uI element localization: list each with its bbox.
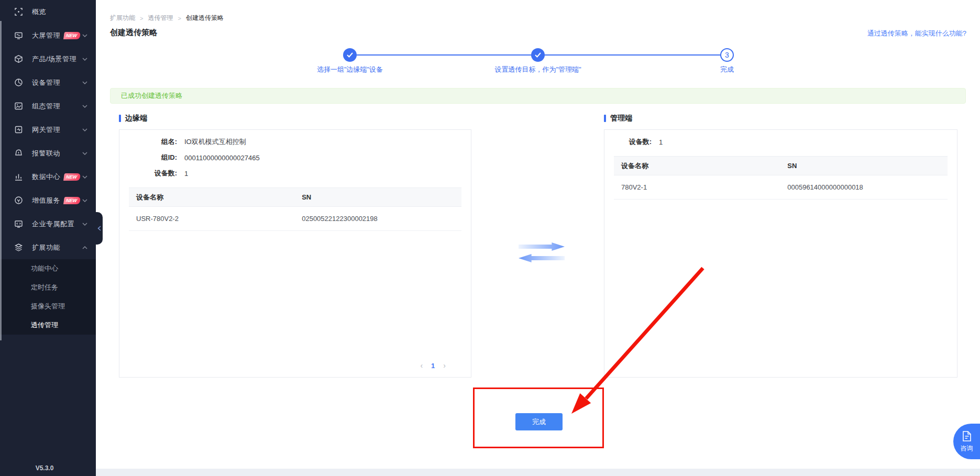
col-sn: SN — [302, 193, 461, 201]
chevron-down-icon — [82, 105, 87, 108]
sidebar-item-label: 设备管理 — [32, 78, 60, 87]
sidebar-item-overview[interactable]: 概览 — [0, 0, 96, 24]
document-icon — [962, 430, 972, 442]
submenu-item-camera-management[interactable]: 摄像头管理 — [0, 297, 96, 316]
step1-label: 选择一组"边缘端"设备 — [317, 65, 383, 74]
sidebar-item-enterprise-config[interactable]: 企业专属配置 — [0, 212, 96, 236]
device-count-value: 1 — [184, 170, 188, 178]
submenu-item-scheduled-tasks[interactable]: 定时任务 — [0, 278, 96, 297]
table-row[interactable]: USR-780V2-2 02500522122300002198 — [129, 207, 461, 231]
sidebar-item-gateway[interactable]: 网关管理 — [0, 118, 96, 141]
enterprise-config-icon — [14, 219, 23, 228]
breadcrumb-separator: > — [178, 15, 181, 21]
submenu-item-function-center[interactable]: 功能中心 — [0, 259, 96, 278]
version-label: V5.3.0 — [0, 464, 89, 472]
chevron-down-icon — [82, 58, 87, 61]
col-sn: SN — [787, 162, 948, 170]
sidebar-item-label: 大屏管理 — [32, 31, 60, 40]
alarm-icon — [14, 149, 23, 158]
chevron-down-icon — [82, 175, 87, 179]
new-badge: NEW — [63, 173, 81, 181]
chevron-down-icon — [82, 81, 87, 84]
sidebar-item-alarm[interactable]: 报警联动 — [0, 141, 96, 165]
group-id-value: 00011000000000027465 — [184, 154, 260, 162]
manage-panel: 设备数: 1 设备名称 SN 780V2-1 00059614000000000… — [604, 129, 957, 378]
cell-sn: 02500522122300002198 — [302, 215, 461, 223]
table-row[interactable]: 780V2-1 00059614000000000018 — [614, 175, 948, 200]
sidebar-item-label: 数据中心 — [32, 172, 60, 182]
step1-check-icon — [343, 48, 357, 62]
sidebar-item-label: 企业专属配置 — [32, 219, 74, 229]
sidebar-item-label: 报警联动 — [32, 149, 60, 158]
breadcrumb-separator: > — [140, 15, 143, 21]
sidebar-item-data-center[interactable]: 数据中心 NEW — [0, 165, 96, 189]
sidebar-item-label: 网关管理 — [32, 125, 60, 135]
device-count-row: 设备数: 1 — [119, 165, 471, 181]
sidebar-item-label: 扩展功能 — [32, 243, 60, 252]
breadcrumb-item[interactable]: 透传管理 — [148, 14, 173, 23]
section-accent-bar — [604, 115, 606, 122]
manage-section-title: 管理端 — [604, 114, 632, 123]
device-count-label: 设备数: — [119, 169, 177, 178]
step3-label: 完成 — [720, 65, 734, 74]
breadcrumb-item[interactable]: 扩展功能 — [110, 14, 135, 23]
sidebar-item-label: 概览 — [32, 7, 46, 17]
group-name-value: IO双机模式互相控制 — [184, 137, 246, 147]
extensions-icon — [14, 243, 23, 252]
sidebar-item-bigscreen[interactable]: 大屏管理 NEW — [0, 24, 96, 47]
group-id-label: 组ID: — [119, 153, 177, 162]
sidebar-item-scada[interactable]: 组态管理 — [0, 94, 96, 118]
sidebar: 概览 大屏管理 NEW 产品/场景管理 — [0, 0, 96, 476]
step2-check-icon — [531, 48, 545, 62]
chevron-up-icon — [82, 246, 87, 249]
edge-section-label: 边缘端 — [125, 114, 147, 123]
gateway-icon — [14, 125, 23, 134]
transfer-arrows-icon — [519, 242, 565, 262]
arrow-left-icon — [519, 254, 565, 262]
page-number[interactable]: 1 — [431, 362, 435, 370]
device-count-label: 设备数: — [604, 137, 652, 147]
breadcrumb: 扩展功能 > 透传管理 > 创建透传策略 — [110, 14, 224, 23]
device-count-row: 设备数: 1 — [604, 134, 957, 150]
page-title: 创建透传策略 — [110, 28, 157, 38]
breadcrumb-current: 创建透传策略 — [186, 14, 224, 23]
product-scene-icon — [14, 54, 23, 63]
overview-icon — [14, 7, 23, 16]
edge-panel: 组名: IO双机模式互相控制 组ID: 00011000000000027465… — [119, 129, 471, 378]
prev-page-button[interactable]: ‹ — [420, 361, 423, 370]
sidebar-item-extensions[interactable]: 扩展功能 — [0, 236, 96, 259]
section-accent-bar — [119, 115, 121, 122]
help-link[interactable]: 通过透传策略，能实现什么功能? — [867, 29, 966, 38]
new-badge: NEW — [63, 32, 81, 39]
new-badge: NEW — [63, 197, 81, 204]
left-scrollbar[interactable] — [0, 21, 2, 340]
group-name-label: 组名: — [119, 137, 177, 147]
main-content: 扩展功能 > 透传管理 > 创建透传策略 创建透传策略 通过透传策略，能实现什么… — [96, 0, 980, 476]
sidebar-collapse-handle[interactable] — [96, 212, 103, 245]
data-center-icon — [14, 172, 23, 181]
cell-device-name: USR-780V2-2 — [129, 215, 302, 223]
sidebar-item-device[interactable]: 设备管理 — [0, 71, 96, 94]
chevron-down-icon — [82, 128, 87, 131]
manage-section-label: 管理端 — [610, 114, 632, 123]
cell-device-name: 780V2-1 — [614, 183, 787, 191]
consult-label: 咨询 — [961, 444, 973, 453]
step2-label: 设置透传目标，作为"管理端" — [494, 65, 581, 74]
manage-device-table: 设备名称 SN 780V2-1 00059614000000000018 — [614, 156, 948, 200]
chevron-down-icon — [82, 34, 87, 37]
chevron-down-icon — [82, 152, 87, 155]
sidebar-item-label: 组态管理 — [32, 102, 60, 111]
sidebar-item-product-scene[interactable]: 产品/场景管理 — [0, 47, 96, 71]
arrow-right-icon — [519, 242, 565, 251]
group-id-row: 组ID: 00011000000000027465 — [119, 150, 471, 165]
app-window: 概览 大屏管理 NEW 产品/场景管理 — [0, 0, 980, 476]
next-page-button[interactable]: › — [443, 361, 446, 370]
step3-number-badge: 3 — [720, 48, 734, 62]
table-header-row: 设备名称 SN — [129, 188, 461, 207]
sidebar-item-value-service[interactable]: 增值服务 NEW — [0, 189, 96, 212]
bottom-strip — [96, 469, 980, 476]
sidebar-item-label: 产品/场景管理 — [32, 54, 76, 64]
finish-button[interactable]: 完成 — [515, 413, 563, 430]
col-device-name: 设备名称 — [614, 161, 787, 171]
submenu-item-passthrough-management[interactable]: 透传管理 — [0, 316, 96, 335]
